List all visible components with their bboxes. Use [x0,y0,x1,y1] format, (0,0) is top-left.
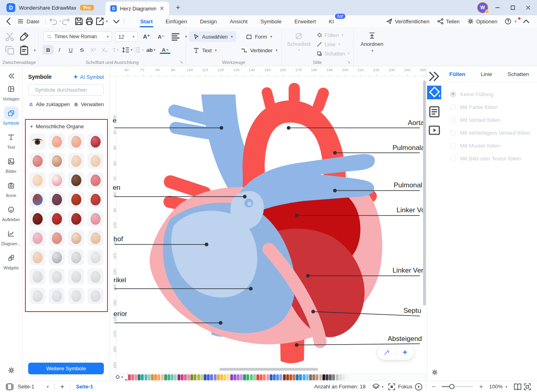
organ-symbol-stomach[interactable] [87,172,103,188]
organ-symbol-gums[interactable] [49,172,65,188]
color-swatch[interactable] [148,374,151,380]
color-swatch[interactable] [217,374,220,380]
organ-symbol-spine-curved[interactable] [87,269,103,285]
ai-symbol-button[interactable]: AI Symbol [73,74,104,80]
color-swatch[interactable] [339,374,342,380]
redo-button[interactable] [61,16,71,27]
color-swatch[interactable] [263,374,266,380]
undo-caret-icon[interactable]: ▾ [59,19,61,23]
color-swatch[interactable] [332,374,335,380]
organ-symbol-spine-needle[interactable] [49,249,65,265]
sidebar-item-widgets[interactable]: Widgets [0,251,22,270]
ai-sparkle-button[interactable] [396,349,414,355]
color-swatch[interactable] [233,374,236,380]
color-swatch[interactable] [178,374,180,380]
color-swatch[interactable] [187,374,190,380]
sidebar-item-vorlagen[interactable]: Vorlagen [0,82,22,101]
sidebar-item-aufkleber[interactable]: Aufkleber [0,203,22,222]
file-menu[interactable]: Datei [14,18,43,25]
share-button[interactable]: Teilen [434,18,463,25]
list-button[interactable]: ▾ [133,45,144,55]
add-page-button[interactable]: + [57,383,68,391]
color-swatch[interactable] [164,374,167,380]
color-swatch[interactable] [309,374,312,380]
collapse-toolbar-icon[interactable] [111,16,122,27]
color-swatch[interactable] [174,374,177,380]
fill-style-button[interactable]: Füllen▾ [316,31,350,39]
help-button[interactable]: ▾ [502,18,519,25]
color-swatch[interactable] [243,374,246,380]
color-swatch[interactable] [326,374,328,380]
close-button[interactable] [523,2,534,13]
color-swatch[interactable] [296,374,299,380]
more-symbols-button[interactable]: Weitere Symbole [28,363,104,374]
sidebar-item-symbole[interactable]: Symbole [0,107,22,125]
color-swatch[interactable] [293,374,295,380]
color-swatch[interactable] [322,374,325,380]
color-swatch[interactable] [190,374,193,380]
underline-button[interactable]: U [65,45,76,55]
color-swatch[interactable] [227,374,229,380]
color-swatch[interactable] [181,374,184,380]
zoom-slider[interactable] [442,386,473,387]
organ-symbol-lungs[interactable] [87,191,103,207]
page-selector[interactable]: Seite-1▾ [14,384,52,390]
subscript-button[interactable]: X₂ [99,45,110,55]
italic-button[interactable]: I [54,45,65,55]
canvas-area[interactable]: 6070809010011012013014015016017018019020… [110,66,427,381]
organ-symbol-uterus[interactable] [87,211,103,227]
diagram-label[interactable]: Absteigend [388,335,422,343]
arrange-button[interactable]: Anordnen▾ [353,31,390,53]
tab-einfügen[interactable]: Einfügen [159,15,193,27]
color-swatch[interactable] [329,374,332,380]
app-home-tab[interactable]: D Wondershare EdrawMax Pro [0,3,100,12]
vertical-scrollbar[interactable] [423,80,426,306]
format-tab-schatten[interactable]: Schatten [508,71,529,77]
organ-symbol-brain[interactable] [87,230,103,246]
color-swatch[interactable] [145,374,147,380]
collapse-ribbon-icon[interactable] [521,16,531,27]
color-swatch[interactable] [273,374,276,380]
organ-symbol-mouth[interactable] [87,133,103,150]
color-swatch[interactable] [167,374,170,380]
fill-option-mit-bild-oder-textur-füllen[interactable]: Mit Bild oder Textur füllen [450,152,537,165]
organ-symbol-heart[interactable] [68,211,84,227]
color-swatch[interactable] [240,374,243,380]
options-button[interactable]: Optionen [464,18,500,25]
diagram-label[interactable]: en [113,183,120,192]
organ-symbol-spleen[interactable] [49,191,65,207]
presentation-play-icon[interactable] [414,382,423,392]
organ-symbol-lungs-dark[interactable] [29,211,45,227]
fill-option-mit-muster-füllen[interactable]: Mit Muster füllen [450,139,537,152]
color-swatch[interactable] [200,374,203,380]
organ-symbol-spine-2[interactable] [49,269,65,285]
organ-symbol-legs[interactable] [87,153,103,169]
page-overview-icon[interactable] [5,382,14,392]
increase-font-button[interactable]: A⁺ [141,31,152,42]
sidebar-item-text[interactable]: Text [0,131,22,150]
diagram-label[interactable]: hof [114,235,123,244]
color-swatch[interactable] [151,374,154,380]
organ-symbol-foot-bones[interactable] [68,288,84,304]
organ-symbol-brain-top[interactable] [29,249,45,265]
collapse-all-button[interactable]: Alle zuklappen [28,101,70,107]
decrease-font-button[interactable]: A⁻ [155,31,167,42]
color-swatch[interactable] [289,374,292,380]
organ-symbol-fetus[interactable] [29,230,45,246]
organ-symbol-spine-1[interactable] [29,269,45,285]
color-swatch[interactable] [319,374,322,380]
copy-button[interactable] [4,45,15,55]
color-swatch[interactable] [134,374,137,380]
color-swatch[interactable] [197,374,200,380]
organ-symbol-tooth[interactable] [68,172,84,188]
color-swatch[interactable] [210,374,213,380]
tab-design[interactable]: Design [194,15,223,27]
tab-start[interactable]: Start [134,15,159,27]
paste-button[interactable] [19,45,30,55]
align-button[interactable] [170,31,181,42]
save-button[interactable] [74,16,84,27]
page-tab-seite-1[interactable]: Seite-1 [73,384,97,390]
color-swatch[interactable] [138,374,140,380]
organ-symbol-hand-bones[interactable] [49,288,65,304]
symbol-search-box[interactable] [28,84,104,96]
